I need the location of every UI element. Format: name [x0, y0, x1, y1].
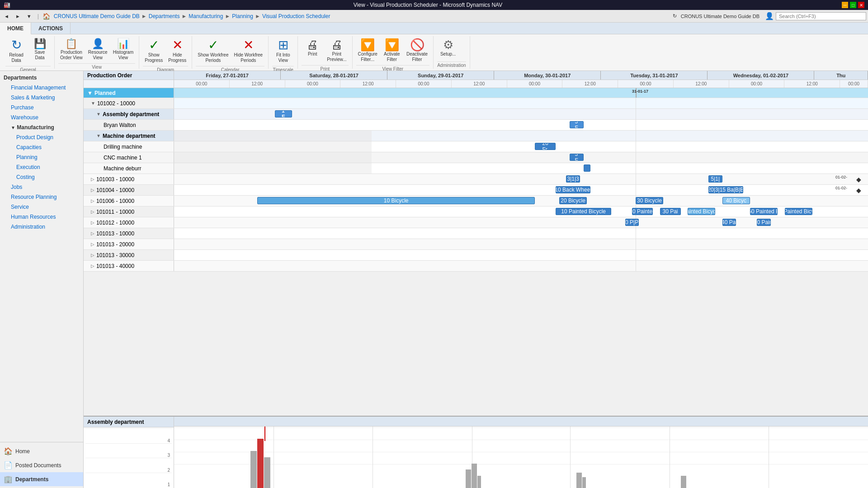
print-button[interactable]: 🖨 Print [302, 38, 323, 58]
print-preview-button[interactable]: 🖨 PrintPreview... [325, 38, 348, 63]
breadcrumb-departments[interactable]: Departments [149, 13, 180, 19]
sidebar-item-sales[interactable]: Sales & Marketing [0, 93, 83, 103]
gantt-block-bryan-1[interactable]: 5F [570, 121, 584, 128]
gantt-block-101006-2[interactable]: 20 Bicycle [559, 197, 587, 204]
forward-button[interactable]: ► [13, 12, 23, 20]
gantt-block-101011-2[interactable]: 20 Painted [632, 208, 653, 215]
gantt-block-101011-6[interactable]: 60 Painted Bicycle [785, 208, 812, 215]
sidebar-item-product-design[interactable]: Product Design [0, 132, 83, 142]
deactivate-filter-button[interactable]: 🚫 DeactivateFilter [405, 38, 429, 63]
search-input[interactable] [776, 12, 866, 20]
close-button[interactable]: ✕ [858, 2, 864, 8]
gantt-row-101003[interactable]: ▷ 101003 - 10000 3|1|3 5|1| ◆ 01-02- [84, 174, 868, 185]
sidebar-item-planning[interactable]: Planning [0, 152, 83, 162]
gantt-block-assembly-1[interactable]: 1F [275, 110, 292, 117]
sidebar-item-jobs[interactable]: Jobs [0, 182, 83, 192]
breadcrumb-vps[interactable]: Visual Production Scheduler [262, 13, 330, 19]
row-timeline-deburr [174, 163, 868, 174]
sidebar-item-resource-planning[interactable]: Resource Planning [0, 192, 83, 202]
gantt-block-deburr-1[interactable] [584, 164, 590, 172]
gantt-block-101012-1[interactable]: 1|20|30 P|Pain|Pa [625, 219, 639, 226]
gantt-block-101004-1[interactable]: 10 Back Wheel [556, 186, 590, 193]
maximize-button[interactable]: □ [850, 2, 856, 8]
gantt-label-header: Production Order [84, 71, 174, 80]
sidebar-item-manufacturing[interactable]: ▼ Manufacturing [0, 122, 83, 132]
sidebar-item-capacities[interactable]: Capacities [0, 142, 83, 152]
gantt-row-101004[interactable]: ▷ 101004 - 10000 10 Back Wheel 20|3|15 B… [84, 185, 868, 196]
gantt-row-assembly-dept[interactable]: ▼ Assembly department 1F [84, 109, 868, 120]
gantt-row-deburr[interactable]: Machine deburr [84, 163, 868, 174]
configure-filter-button[interactable]: 🔽 ConfigureFilter... [356, 38, 379, 63]
hide-progress-button[interactable]: ✕ HideProgress [166, 38, 188, 64]
back-button[interactable]: ◄ [2, 12, 11, 20]
gantt-block-101003-1[interactable]: 3|1|3 [566, 175, 580, 183]
gantt-block-drilling-1[interactable]: 20Fr [535, 143, 556, 150]
sidebar-item-warehouse[interactable]: Warehouse [0, 113, 83, 122]
dropdown-button[interactable]: ▼ [24, 12, 34, 20]
gantt-row-machine-dept[interactable]: ▼ Machine department [84, 131, 868, 141]
show-workfree-button[interactable]: ✓ Show WorkfreePeriods [196, 38, 230, 64]
hide-workfree-button[interactable]: ✕ Hide WorkfreePeriods [232, 38, 264, 64]
sidebar-item-purchase[interactable]: Purchase [0, 103, 83, 113]
row-timeline-101003: 3|1|3 5|1| ◆ 01-02- [174, 174, 868, 184]
breadcrumb-planning[interactable]: Planning [232, 13, 253, 19]
gantt-row-bryan-walton[interactable]: Bryan Walton 5F [84, 120, 868, 131]
gantt-block-101003-2[interactable]: 5|1| [708, 175, 722, 183]
gantt-block-101011-4[interactable]: Painted Bicycle [688, 208, 715, 215]
sidebar-item-human-resources[interactable]: Human Resources [0, 212, 83, 222]
gantt-row-101012[interactable]: ▷ 101012 - 10000 1|20|30 P|Pain|Pa 40 Pa… [84, 217, 868, 228]
breadcrumb-manufacturing[interactable]: Manufacturing [189, 13, 223, 19]
gantt-block-101011-1[interactable]: 10 Painted Bicycle [556, 208, 611, 215]
gantt-block-101011-5[interactable]: 50 Painted B [750, 208, 778, 215]
fit-into-view-button[interactable]: ⊞ Fit IntoView [272, 38, 294, 64]
gantt-block-101012-2[interactable]: 40 Pai [722, 219, 736, 226]
activate-filter-button[interactable]: 🔽 ActivateFilter [381, 38, 403, 63]
resource-view-button[interactable]: 👤 ResourceView [86, 38, 109, 61]
sidebar-item-administration[interactable]: Administration [0, 222, 83, 232]
save-data-button[interactable]: 💾 SaveData [29, 38, 51, 61]
gantt-block-cnc-1[interactable]: 3F [570, 154, 584, 161]
gantt-row-101006[interactable]: ▷ 101006 - 10000 10 Bicycle 20 Bicycle 3… [84, 196, 868, 206]
gantt-block-101006-3[interactable]: 30 Bicycle [636, 197, 663, 204]
sidebar-bottom-posted-docs[interactable]: 📄 Posted Documents [0, 458, 83, 472]
sidebar-item-financial[interactable]: Financial Management [0, 83, 83, 93]
gantt-block-101011-3[interactable]: 30 Pai [660, 208, 681, 215]
gantt-row-drilling[interactable]: Drilling machine 20Fr [84, 141, 868, 152]
gantt-row-101013-30000[interactable]: ▷ 101013 - 30000 [84, 250, 868, 261]
sidebar-bottom-home[interactable]: 🏠 Home [0, 444, 83, 458]
hist-overload-marker [264, 427, 265, 441]
gantt-row-101002[interactable]: ▼ 101002 - 10000 [84, 98, 868, 109]
histogram-chart-area [174, 417, 868, 488]
production-order-view-button[interactable]: 📋 ProductionOrder View [58, 38, 85, 61]
refresh-button[interactable]: ↻ [670, 12, 679, 20]
ribbon-group-diagram: ✓ ShowProgress ✕ HideProgress Diagram [139, 36, 192, 69]
sidebar-item-execution[interactable]: Execution [0, 162, 83, 172]
gantt-row-101013-20000[interactable]: ▷ 101013 - 20000 [84, 239, 868, 250]
gantt-block-101004-2[interactable]: 20|3|15 Ba|B|B [708, 186, 743, 193]
breadcrumb-db[interactable]: CRONUS Ultimate Demo Guide DB [54, 13, 140, 19]
gantt-row-101011[interactable]: ▷ 101011 - 10000 10 Painted Bicycle 20 P… [84, 206, 868, 217]
gantt-block-101012-3[interactable]: 50 Paint [757, 219, 771, 226]
gantt-row-101013-40000[interactable]: ▷ 101013 - 40000 [84, 261, 868, 272]
reload-data-button[interactable]: ↻ ReloadData [5, 38, 27, 64]
tab-home[interactable]: HOME [0, 23, 31, 34]
setup-button[interactable]: ⚙ Setup... [437, 38, 459, 58]
gantt-block-101006-1[interactable]: 10 Bicycle [257, 197, 535, 204]
row-timeline-101002 [174, 98, 868, 108]
gantt-row-cnc1[interactable]: CNC machine 1 3F [84, 152, 868, 163]
show-progress-button[interactable]: ✓ ShowProgress [143, 38, 165, 64]
gantt-row-101013-10000[interactable]: ▷ 101013 - 10000 [84, 228, 868, 239]
tab-actions[interactable]: ACTIONS [31, 23, 71, 34]
sidebar-bottom-departments[interactable]: 🏢 Departments [0, 472, 83, 486]
minimize-button[interactable]: ─ [842, 2, 848, 8]
101012-expand-icon: ▷ [91, 220, 94, 225]
gantt-row-planned[interactable]: ▼ Planned 31-01-17 [84, 88, 868, 98]
histogram-view-button[interactable]: 📊 HistogramView [111, 38, 136, 61]
resource-view-icon: 👤 [92, 39, 104, 49]
sidebar-item-costing[interactable]: Costing [0, 172, 83, 182]
gantt-block-101006-4[interactable]: 40 Bicyc [722, 197, 750, 204]
window-title: View - Visual Production Scheduler - Mic… [14, 2, 842, 8]
histogram-view-icon: 📊 [117, 39, 129, 49]
sidebar-item-service[interactable]: Service [0, 202, 83, 212]
row-timeline-machine-dept [174, 131, 868, 141]
